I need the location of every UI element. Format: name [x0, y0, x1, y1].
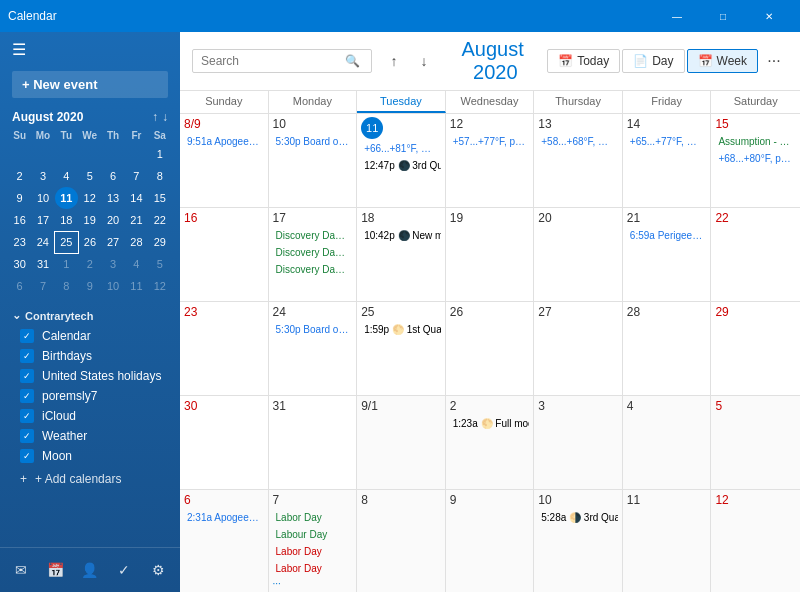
calendar-checkbox[interactable]: ✓: [20, 389, 34, 403]
calendar-checkbox[interactable]: ✓: [20, 429, 34, 443]
mini-cal-next[interactable]: ↓: [162, 110, 168, 124]
calendar-cell[interactable]: 23: [180, 302, 269, 395]
calendar-cell[interactable]: 3: [534, 396, 623, 489]
cal-group-header[interactable]: ⌄ Contrarytech: [4, 305, 176, 326]
calendar-cell[interactable]: 17Discovery Day (YukDiscovery Day (YukDi…: [269, 208, 358, 301]
people-icon[interactable]: 👤: [74, 554, 106, 586]
nav-next-button[interactable]: ↓: [410, 47, 438, 75]
calendar-event[interactable]: 5:30p Board of Edu: [273, 322, 353, 338]
calendar-event[interactable]: Labor Day: [273, 561, 353, 577]
calendar-cell[interactable]: 9: [446, 490, 535, 592]
close-button[interactable]: ✕: [746, 0, 792, 32]
calendar-event[interactable]: Discovery Day (Yuk: [273, 228, 353, 244]
search-input[interactable]: [201, 54, 341, 68]
cell-date: 6: [184, 493, 191, 507]
cell-date: 5: [715, 399, 722, 413]
hamburger-icon[interactable]: ☰: [12, 40, 26, 59]
more-options-button[interactable]: ···: [760, 47, 788, 75]
calendar-cell[interactable]: 251:59p 🌕 1st Quart: [357, 302, 446, 395]
calendar-item[interactable]: ✓United States holidays: [4, 366, 176, 386]
day-view-button[interactable]: 📄 Day: [622, 49, 684, 73]
mini-cal-prev[interactable]: ↑: [152, 110, 158, 124]
calendar-cell[interactable]: 5: [711, 396, 800, 489]
calendar-event[interactable]: +66...+81°F, mode·: [361, 141, 441, 157]
calendar-cell[interactable]: 4: [623, 396, 712, 489]
calendar-event[interactable]: 1:23a 🌕 Full moo: [450, 416, 530, 432]
calendar-event[interactable]: 2:31a Apogee, 252,: [184, 510, 264, 526]
calendar-cell[interactable]: 30: [180, 396, 269, 489]
calendar-cell[interactable]: 22: [711, 208, 800, 301]
calendar-cell[interactable]: 28: [623, 302, 712, 395]
calendar-cell[interactable]: 19: [446, 208, 535, 301]
calendar-cell[interactable]: 21:23a 🌕 Full moo: [446, 396, 535, 489]
calendar-event[interactable]: +57...+77°F, partly c: [450, 134, 530, 150]
calendar-cell[interactable]: 13+58...+68°F, mode·: [534, 114, 623, 207]
calendar-cell[interactable]: 8: [357, 490, 446, 592]
calendar-item[interactable]: ✓Birthdays: [4, 346, 176, 366]
calendar-cell[interactable]: 27: [534, 302, 623, 395]
calendar-checkbox[interactable]: ✓: [20, 349, 34, 363]
mail-icon[interactable]: ✉: [5, 554, 37, 586]
nav-prev-button[interactable]: ↑: [380, 47, 408, 75]
calendar-cell[interactable]: 7Labor DayLabour DayLabor DayLabor Day··…: [269, 490, 358, 592]
calendar-item[interactable]: ✓poremsly7: [4, 386, 176, 406]
calendar-event[interactable]: Assumption - West: [715, 134, 796, 150]
calendar-cell[interactable]: 20: [534, 208, 623, 301]
calendar-checkbox[interactable]: ✓: [20, 329, 34, 343]
calendar-item[interactable]: ✓iCloud: [4, 406, 176, 426]
calendar-event[interactable]: 10:42p 🌑 New mo: [361, 228, 441, 244]
week-view-button[interactable]: 📅 Week: [687, 49, 758, 73]
minimize-button[interactable]: —: [654, 0, 700, 32]
calendar-event[interactable]: +65...+77°F, mode·: [627, 134, 707, 150]
calendar-event[interactable]: 5:30p Board of Edu: [273, 134, 353, 150]
add-calendars-button[interactable]: + + Add calendars: [4, 466, 176, 492]
calendar-cell[interactable]: 26: [446, 302, 535, 395]
more-events[interactable]: ···: [273, 578, 353, 589]
calendar-event[interactable]: Labour Day: [273, 527, 353, 543]
calendar-event[interactable]: Labor Day: [273, 544, 353, 560]
calendar-cell[interactable]: 8/99:51a Apogee, 251,: [180, 114, 269, 207]
cell-date: 11: [627, 493, 640, 507]
calendar-cell[interactable]: 105:30p Board of Edu: [269, 114, 358, 207]
calendar-event[interactable]: Discovery Day (Yuk: [273, 245, 353, 261]
calendar-cell[interactable]: 245:30p Board of Edu: [269, 302, 358, 395]
calendar-cell[interactable]: 11: [623, 490, 712, 592]
calendar-item[interactable]: ✓Calendar: [4, 326, 176, 346]
calendar-icon[interactable]: 📅: [40, 554, 72, 586]
calendar-event[interactable]: 12:47p 🌑 3rd Qua: [361, 158, 441, 174]
calendar-checkbox[interactable]: ✓: [20, 369, 34, 383]
calendar-cell[interactable]: 14+65...+77°F, mode·: [623, 114, 712, 207]
calendar-cell[interactable]: 31: [269, 396, 358, 489]
calendar-cell[interactable]: 216:59a Perigee, 225,: [623, 208, 712, 301]
calendar-cell[interactable]: 16: [180, 208, 269, 301]
calendar-cell[interactable]: 11+66...+81°F, mode·12:47p 🌑 3rd Qua: [357, 114, 446, 207]
calendar-cell[interactable]: 29: [711, 302, 800, 395]
cell-date: 23: [184, 305, 197, 319]
calendar-event[interactable]: +68...+80°F, patchy: [715, 151, 796, 167]
calendar-cell[interactable]: 105:28a 🌗 3rd Quart: [534, 490, 623, 592]
settings-icon[interactable]: ⚙: [143, 554, 175, 586]
calendar-cell[interactable]: 15Assumption - West+68...+80°F, patchy: [711, 114, 800, 207]
calendar-event[interactable]: Labor Day: [273, 510, 353, 526]
calendar-item[interactable]: ✓Moon: [4, 446, 176, 466]
calendar-event[interactable]: 1:59p 🌕 1st Quart: [361, 322, 441, 338]
calendar-cell[interactable]: 12+57...+77°F, partly c: [446, 114, 535, 207]
calendar-event[interactable]: 9:51a Apogee, 251,: [184, 134, 264, 150]
calendar-event[interactable]: 6:59a Perigee, 225,: [627, 228, 707, 244]
calendar-item[interactable]: ✓Weather: [4, 426, 176, 446]
calendar-checkbox[interactable]: ✓: [20, 409, 34, 423]
calendar-checkbox[interactable]: ✓: [20, 449, 34, 463]
calendar-event[interactable]: +58...+68°F, mode·: [538, 134, 618, 150]
calendar-cell[interactable]: 62:31a Apogee, 252,: [180, 490, 269, 592]
day-header: Friday: [623, 91, 712, 113]
calendar-event[interactable]: Discovery Day (Yuk: [273, 262, 353, 278]
today-button[interactable]: 📅 Today: [547, 49, 620, 73]
calendar-cell[interactable]: 1810:42p 🌑 New mo: [357, 208, 446, 301]
calendar-cell[interactable]: 9/1: [357, 396, 446, 489]
maximize-button[interactable]: □: [700, 0, 746, 32]
calendar-event[interactable]: 5:28a 🌗 3rd Quart: [538, 510, 618, 526]
tasks-icon[interactable]: ✓: [108, 554, 140, 586]
new-event-button[interactable]: + New event: [12, 71, 168, 98]
day-icon: 📄: [633, 54, 648, 68]
calendar-cell[interactable]: 12: [711, 490, 800, 592]
